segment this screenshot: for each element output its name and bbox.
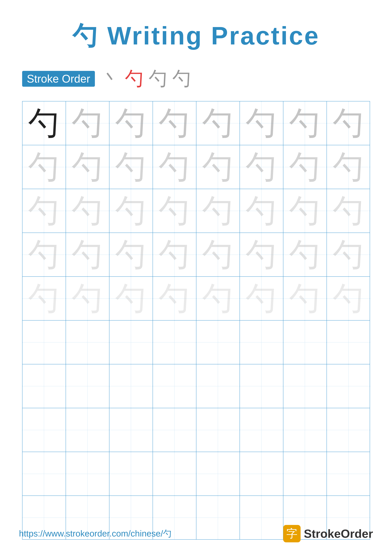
grid-cell[interactable]: 勺 <box>327 189 370 233</box>
grid-cell[interactable] <box>109 321 153 364</box>
grid-cell[interactable] <box>22 452 66 496</box>
character-fade: 勺 <box>246 283 277 314</box>
grid-row <box>22 321 370 364</box>
grid-cell[interactable] <box>109 408 153 452</box>
grid-cell[interactable] <box>240 321 283 364</box>
grid-cell[interactable]: 勺 <box>109 277 153 320</box>
grid-cell[interactable]: 勺 <box>327 145 370 189</box>
grid-cell[interactable]: 勺 <box>196 189 240 233</box>
grid-cell[interactable]: 勺 <box>327 102 370 145</box>
grid-cell[interactable]: 勺 <box>283 189 327 233</box>
page: 勺 Writing Practice Stroke Order 丶 勺 勺 勺 … <box>0 0 392 555</box>
grid-cell[interactable] <box>22 321 66 364</box>
grid-cell[interactable]: 勺 <box>66 189 109 233</box>
character-fade: 勺 <box>159 239 190 270</box>
grid-cell[interactable] <box>66 364 109 408</box>
grid-cell[interactable] <box>196 452 240 496</box>
grid-row <box>22 364 370 408</box>
grid-cell[interactable]: 勺 <box>240 233 283 276</box>
grid-cell[interactable]: 勺 <box>240 145 283 189</box>
grid-cell[interactable]: 勺 <box>196 277 240 320</box>
grid-cell[interactable]: 勺 <box>153 233 196 276</box>
grid-cell[interactable]: 勺 <box>66 233 109 276</box>
grid-row: 勺 勺 勺 勺 勺 勺 勺 勺 <box>22 277 370 321</box>
grid-cell[interactable]: 勺 <box>327 233 370 276</box>
grid-cell[interactable]: 勺 <box>22 189 66 233</box>
footer-url[interactable]: https://www.strokeorder.com/chinese/勺 <box>19 528 172 540</box>
grid-cell[interactable]: 勺 <box>283 277 327 320</box>
grid-cell[interactable]: 勺 <box>196 233 240 276</box>
grid-cell[interactable]: 勺 <box>22 277 66 320</box>
grid-cell[interactable] <box>66 321 109 364</box>
grid-cell[interactable] <box>283 364 327 408</box>
grid-cell[interactable]: 勺 <box>283 102 327 145</box>
grid-cell[interactable]: 勺 <box>66 102 109 145</box>
grid-cell[interactable] <box>283 321 327 364</box>
character-fade: 勺 <box>72 283 103 314</box>
grid-cell[interactable]: 勺 <box>196 102 240 145</box>
grid-cell[interactable] <box>153 364 196 408</box>
grid-cell[interactable]: 勺 <box>283 145 327 189</box>
grid-cell[interactable] <box>153 321 196 364</box>
grid-cell[interactable]: 勺 <box>66 145 109 189</box>
character-fade: 勺 <box>202 239 234 270</box>
grid-cell[interactable] <box>153 408 196 452</box>
grid-cell[interactable] <box>153 452 196 496</box>
character-fade: 勺 <box>115 283 147 314</box>
grid-cell[interactable]: 勺 <box>109 189 153 233</box>
character-fade: 勺 <box>28 239 60 270</box>
grid-cell[interactable]: 勺 <box>22 102 66 145</box>
character-fade: 勺 <box>289 107 321 139</box>
grid-cell[interactable]: 勺 <box>66 277 109 320</box>
stroke-seq-item-0: 丶 <box>101 66 120 92</box>
grid-cell[interactable]: 勺 <box>109 102 153 145</box>
grid-cell[interactable] <box>240 364 283 408</box>
grid-cell[interactable]: 勺 <box>283 233 327 276</box>
grid-cell[interactable]: 勺 <box>109 145 153 189</box>
grid-row: 勺 勺 勺 勺 勺 勺 勺 勺 <box>22 145 370 189</box>
character-fade: 勺 <box>72 195 103 227</box>
grid-cell[interactable]: 勺 <box>153 189 196 233</box>
grid-cell[interactable] <box>22 364 66 408</box>
grid-cell[interactable]: 勺 <box>153 145 196 189</box>
character-fade: 勺 <box>333 151 364 183</box>
character-dark: 勺 <box>28 107 60 139</box>
stroke-seq-item-3: 勺 <box>172 66 191 92</box>
grid-cell[interactable] <box>240 452 283 496</box>
grid-cell[interactable]: 勺 <box>109 233 153 276</box>
grid-cell[interactable] <box>240 408 283 452</box>
grid-cell[interactable] <box>283 452 327 496</box>
character-fade: 勺 <box>159 195 190 227</box>
grid-cell[interactable] <box>109 364 153 408</box>
character-fade: 勺 <box>28 283 60 314</box>
grid-cell[interactable]: 勺 <box>327 277 370 320</box>
grid-cell[interactable] <box>327 408 370 452</box>
grid-cell[interactable] <box>196 408 240 452</box>
character-fade: 勺 <box>246 151 277 183</box>
grid-cell[interactable]: 勺 <box>153 102 196 145</box>
grid-cell[interactable]: 勺 <box>196 145 240 189</box>
grid-cell[interactable]: 勺 <box>240 102 283 145</box>
grid-cell[interactable]: 勺 <box>22 233 66 276</box>
character-fade: 勺 <box>72 239 103 270</box>
grid-cell[interactable] <box>327 364 370 408</box>
character-fade: 勺 <box>246 239 277 270</box>
grid-cell[interactable]: 勺 <box>153 277 196 320</box>
grid-cell[interactable] <box>327 321 370 364</box>
character-fade: 勺 <box>28 195 60 227</box>
grid-cell[interactable] <box>196 364 240 408</box>
grid-cell[interactable] <box>196 321 240 364</box>
character-fade: 勺 <box>202 151 234 183</box>
grid-cell[interactable]: 勺 <box>240 189 283 233</box>
grid-cell[interactable] <box>66 408 109 452</box>
grid-cell[interactable] <box>283 408 327 452</box>
grid-cell[interactable]: 勺 <box>22 145 66 189</box>
grid-cell[interactable] <box>327 452 370 496</box>
stroke-order-badge: Stroke Order <box>22 71 95 87</box>
grid-cell[interactable] <box>109 452 153 496</box>
grid-cell[interactable] <box>22 408 66 452</box>
grid-cell[interactable]: 勺 <box>240 277 283 320</box>
character-fade: 勺 <box>72 107 103 139</box>
grid-cell[interactable] <box>66 452 109 496</box>
character-fade: 勺 <box>289 283 321 314</box>
